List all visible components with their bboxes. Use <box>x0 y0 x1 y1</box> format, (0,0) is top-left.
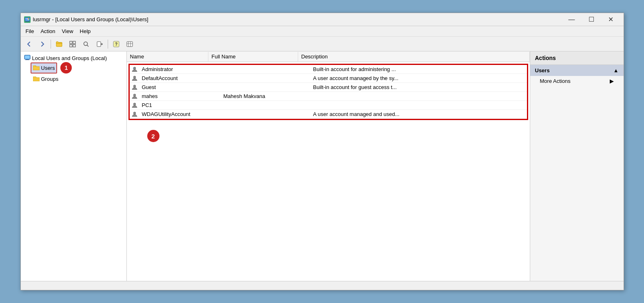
title-text: lusrmgr - [Local Users and Groups (Local… <box>33 16 562 22</box>
toolbar: ? <box>21 37 624 51</box>
header-name[interactable]: Name <box>127 52 208 61</box>
toolbar-separator-2 <box>108 40 108 49</box>
svg-rect-24 <box>25 60 29 60</box>
cell-description: Built-in account for administering ... <box>310 66 527 73</box>
search-button[interactable] <box>80 38 93 50</box>
title-bar: lusrmgr - [Local Users and Groups (Local… <box>21 13 624 26</box>
cell-fullname <box>220 78 310 79</box>
actions-section-label: Users <box>535 67 550 74</box>
app-icon <box>24 16 31 23</box>
cell-description: A user account managed by the sy... <box>310 75 527 82</box>
user-icon <box>131 111 138 118</box>
svg-point-29 <box>133 85 136 87</box>
cell-name: mahes <box>139 93 220 100</box>
sidebar-users-label: Users <box>41 65 55 71</box>
list-body-wrapper: Administrator Built-in account for admin… <box>127 62 530 281</box>
status-bar <box>21 281 624 290</box>
sidebar-item-users[interactable]: Users <box>31 62 58 74</box>
cell-name: PC1 <box>139 102 220 109</box>
main-window: lusrmgr - [Local Users and Groups (Local… <box>20 13 624 290</box>
menu-help[interactable]: Help <box>77 27 94 35</box>
cell-fullname <box>220 105 310 106</box>
user-icon <box>131 84 138 91</box>
user-icon <box>131 66 138 73</box>
list-panel: Name Full Name Description <box>127 51 530 281</box>
actions-section-users[interactable]: Users ▲ <box>530 65 624 76</box>
more-actions-label: More Actions <box>540 78 571 84</box>
cell-fullname <box>220 69 310 70</box>
svg-point-27 <box>133 68 134 69</box>
svg-rect-10 <box>70 45 72 47</box>
svg-point-32 <box>133 112 136 114</box>
svg-rect-9 <box>73 41 75 44</box>
user-icon <box>131 102 138 109</box>
svg-text:?: ? <box>115 42 117 47</box>
cell-fullname <box>220 87 310 88</box>
list-body: Administrator Built-in account for admin… <box>127 62 530 142</box>
sidebar: Local Users and Groups (Local) Users <box>21 51 127 281</box>
cell-description: Built-in account for guest access t... <box>310 84 527 91</box>
menu-view[interactable]: View <box>59 27 77 35</box>
svg-rect-8 <box>70 41 72 44</box>
help-button[interactable]: ? <box>110 38 123 50</box>
actions-more-actions[interactable]: More Actions ▶ <box>530 76 624 86</box>
svg-rect-2 <box>25 21 29 22</box>
svg-line-13 <box>87 45 89 47</box>
user-icon <box>131 75 138 82</box>
svg-point-4 <box>28 18 29 19</box>
svg-point-12 <box>84 42 87 45</box>
table-row[interactable]: mahes Mahesh Makvana <box>130 92 527 101</box>
header-description[interactable]: Description <box>298 52 530 61</box>
user-icon <box>131 93 138 100</box>
cell-description <box>310 96 527 97</box>
svg-point-28 <box>133 76 136 78</box>
menu-bar: File Action View Help <box>21 26 624 37</box>
toolbar-separator-1 <box>51 40 51 49</box>
svg-rect-25 <box>25 56 30 59</box>
main-content: Local Users and Groups (Local) Users <box>21 51 624 281</box>
maximize-button[interactable]: ☐ <box>582 14 601 25</box>
table-row[interactable]: Guest Built-in account for guest access … <box>130 83 527 92</box>
grid-button[interactable] <box>66 38 79 50</box>
computer-icon <box>24 55 31 61</box>
table-row[interactable]: PC1 <box>130 101 527 110</box>
close-button[interactable]: ✕ <box>602 14 620 25</box>
cell-fullname <box>220 114 310 115</box>
list-header: Name Full Name Description <box>127 51 530 62</box>
sidebar-root-item[interactable]: Local Users and Groups (Local) <box>22 54 125 62</box>
folder-icon-groups <box>33 76 40 82</box>
svg-point-30 <box>133 94 136 96</box>
actions-panel: Actions Users ▲ More Actions ▶ <box>530 51 624 281</box>
table-row[interactable]: Administrator Built-in account for admin… <box>130 65 527 74</box>
sidebar-item-groups[interactable]: Groups <box>31 74 125 85</box>
cell-description <box>310 105 527 106</box>
list-view-button[interactable] <box>123 38 136 50</box>
cell-fullname: Mahesh Makvana <box>220 93 310 100</box>
table-row[interactable]: WDAGUtilityAccount A user account manage… <box>130 110 527 119</box>
menu-action[interactable]: Action <box>37 27 58 35</box>
annotation-circle-1: 1 <box>60 62 72 74</box>
sidebar-children: Users 1 Groups <box>31 62 125 85</box>
collapse-icon: ▲ <box>613 67 619 74</box>
svg-point-31 <box>133 103 136 105</box>
folder-icon-users <box>33 65 40 71</box>
cell-description: A user account managed and used... <box>310 111 527 118</box>
menu-file[interactable]: File <box>22 27 38 35</box>
forward-button[interactable] <box>36 38 49 50</box>
table-row[interactable]: DefaultAccount A user account managed by… <box>130 74 527 83</box>
annotation-circle-2: 2 <box>147 130 159 142</box>
minimize-button[interactable]: — <box>562 14 581 25</box>
header-fullname[interactable]: Full Name <box>208 52 298 61</box>
sidebar-groups-label: Groups <box>41 76 59 82</box>
cell-name: Guest <box>139 84 220 91</box>
actions-title: Actions <box>530 51 624 65</box>
cell-name: DefaultAccount <box>139 75 220 82</box>
back-button[interactable] <box>22 38 35 50</box>
svg-rect-11 <box>73 45 75 47</box>
svg-rect-14 <box>97 42 101 47</box>
export-button[interactable] <box>93 38 106 50</box>
sidebar-users-wrapper: Users 1 <box>31 62 125 74</box>
folder-button[interactable] <box>53 38 66 50</box>
arrow-right-icon: ▶ <box>610 78 614 84</box>
window-controls: — ☐ ✕ <box>562 14 620 25</box>
